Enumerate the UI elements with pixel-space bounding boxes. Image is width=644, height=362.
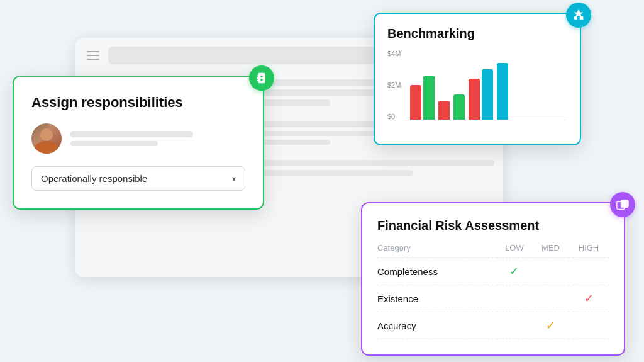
med-existence: [533, 285, 569, 312]
chart-bars-area: [410, 50, 567, 120]
chart-y-labels: $4M $2M $0: [387, 50, 401, 120]
bar-blue-1: [482, 69, 493, 120]
y-label-2m: $2M: [387, 81, 401, 89]
col-high: HIGH: [569, 243, 609, 258]
chevron-down-icon: ▾: [232, 174, 236, 183]
user-name-placeholder: [70, 131, 193, 137]
bar-group-2: [438, 101, 450, 120]
assign-responsibilities-card: Assign responsibilities Operationally re…: [13, 76, 264, 210]
y-label-0: $0: [387, 113, 401, 120]
svg-rect-1: [580, 16, 584, 20]
bar-green-1: [423, 76, 435, 120]
benchmarking-card: Benchmarking $4M $2M $0: [374, 13, 581, 145]
med-accuracy: ✓: [533, 312, 569, 339]
responsibility-dropdown[interactable]: Operationally responsible ▾: [31, 166, 245, 191]
col-category: Category: [377, 243, 496, 258]
bar-group-4: [469, 69, 493, 120]
col-low: LOW: [496, 243, 533, 258]
table-row: Completeness ✓: [377, 258, 609, 285]
table-row: Existence ✓: [377, 285, 609, 312]
low-completeness: ✓: [496, 258, 533, 285]
user-role-placeholder: [70, 141, 158, 146]
svg-rect-4: [621, 200, 628, 208]
bar-group-3: [453, 94, 465, 120]
col-med: MED: [533, 243, 569, 258]
dropdown-value-text: Operationally responsible: [41, 173, 147, 184]
financial-risk-assessment-card: Financial Risk Assessment Category LOW M…: [361, 202, 625, 356]
high-existence: ✓: [569, 285, 609, 312]
high-accuracy: [569, 312, 609, 339]
benchmarking-badge: [566, 3, 591, 28]
risk-badge: [610, 192, 635, 217]
low-existence: [496, 285, 533, 312]
bar-green-2: [453, 94, 465, 120]
user-row: [31, 123, 245, 154]
bar-group-1: [410, 76, 435, 120]
benchmarking-chart: $4M $2M $0: [387, 50, 567, 132]
med-completeness: [533, 258, 569, 285]
risk-table: Category LOW MED HIGH Completeness ✓ Exi…: [377, 243, 609, 339]
check-icon-yellow: ✓: [546, 319, 555, 332]
avatar: [31, 123, 62, 154]
high-completeness: [569, 258, 609, 285]
y-label-4m: $4M: [387, 50, 401, 57]
bar-red-3: [469, 79, 480, 120]
bar-red-1: [410, 85, 421, 120]
risk-card-title: Financial Risk Assessment: [377, 218, 609, 233]
bar-group-5: [497, 63, 508, 120]
hamburger-icon[interactable]: [84, 48, 102, 62]
assign-card-title: Assign responsibilities: [31, 94, 245, 111]
category-completeness: Completeness: [377, 258, 496, 285]
svg-point-0: [574, 16, 578, 20]
category-existence: Existence: [377, 285, 496, 312]
table-row: Accuracy ✓: [377, 312, 609, 339]
bar-red-2: [438, 101, 450, 120]
category-accuracy: Accuracy: [377, 312, 496, 339]
benchmarking-title: Benchmarking: [387, 26, 567, 41]
check-icon-red: ✓: [584, 292, 594, 305]
check-icon-green: ✓: [509, 265, 519, 278]
user-info: [70, 131, 245, 146]
assign-badge: [249, 65, 274, 91]
bar-blue-2: [497, 63, 508, 120]
low-accuracy: [496, 312, 533, 339]
